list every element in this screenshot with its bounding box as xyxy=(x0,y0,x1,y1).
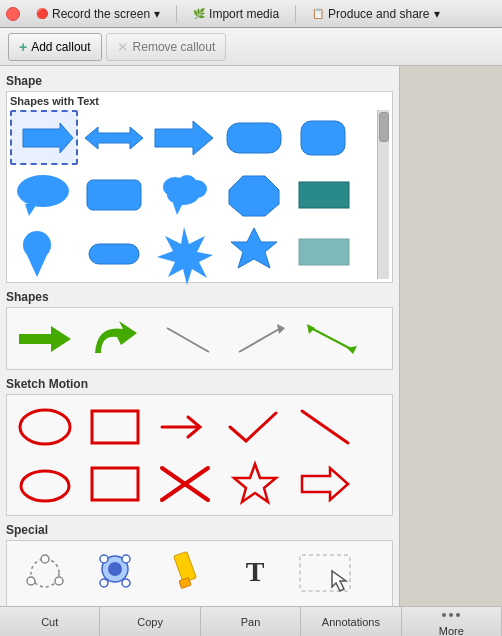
svg-rect-49 xyxy=(179,577,191,588)
shapes-with-text-label: Shapes with Text xyxy=(10,95,389,107)
shape-rounded-rect[interactable] xyxy=(220,110,288,165)
svg-point-47 xyxy=(122,579,130,587)
shape-green-arrow[interactable] xyxy=(10,311,78,366)
svg-rect-29 xyxy=(92,411,138,443)
shape-badge[interactable] xyxy=(220,224,288,279)
shape-teal-rect[interactable] xyxy=(290,167,358,222)
shape-capsule[interactable] xyxy=(80,224,148,279)
pan-button[interactable]: Pan xyxy=(201,607,301,636)
right-panel xyxy=(400,66,502,606)
sketch-rectangle[interactable] xyxy=(81,399,149,454)
special-active-node[interactable] xyxy=(81,545,149,600)
record-dropdown-icon: ▾ xyxy=(154,7,160,21)
sketch-rectangle2[interactable] xyxy=(81,456,149,511)
svg-marker-0 xyxy=(23,123,73,153)
plus-icon: + xyxy=(19,39,27,55)
separator-2 xyxy=(295,5,296,23)
cut-button[interactable]: Cut xyxy=(0,607,100,636)
shape-wide-arrow[interactable] xyxy=(150,110,218,165)
record-menu[interactable]: 🔴 Record the screen ▾ xyxy=(28,5,168,23)
svg-point-15 xyxy=(23,231,51,259)
svg-marker-1 xyxy=(85,127,143,149)
svg-rect-4 xyxy=(301,121,345,155)
shapes-with-text-section: Shapes with Text xyxy=(6,91,393,283)
special-label: Special xyxy=(6,523,393,537)
special-node3[interactable]: Ctrl + V xyxy=(81,604,149,606)
svg-point-39 xyxy=(41,555,49,563)
shape-panel: Shape Shapes with Text xyxy=(0,66,400,606)
sketch-outlined-arrow[interactable] xyxy=(291,456,359,511)
special-cursor2[interactable]: Ctrl+V xyxy=(291,604,359,606)
svg-marker-26 xyxy=(307,324,315,334)
import-menu[interactable]: 🌿 Import media xyxy=(185,5,287,23)
shape-diagonal-double-arrow[interactable] xyxy=(298,311,366,366)
shape-double-arrow[interactable] xyxy=(80,110,148,165)
shape-right-arrow[interactable] xyxy=(10,110,78,165)
special-node[interactable] xyxy=(11,545,79,600)
svg-point-65 xyxy=(442,613,446,617)
shapes-scrollbar[interactable] xyxy=(377,110,389,279)
svg-point-43 xyxy=(108,562,122,576)
svg-marker-19 xyxy=(231,228,277,268)
svg-marker-6 xyxy=(25,204,37,216)
sketch-checkmark[interactable] xyxy=(221,399,289,454)
svg-text:T: T xyxy=(246,556,265,587)
special-cursor[interactable] xyxy=(291,545,359,600)
annotations-button[interactable]: Annotations xyxy=(301,607,401,636)
produce-menu[interactable]: 📋 Produce and share ▾ xyxy=(304,5,447,23)
copy-button[interactable]: Copy xyxy=(100,607,200,636)
svg-line-22 xyxy=(167,328,209,352)
shapes-label: Shapes xyxy=(6,290,393,304)
sketch-oval2[interactable] xyxy=(11,456,79,511)
toolbar: + Add callout ✕ Remove callout xyxy=(0,28,502,66)
shape-octagon[interactable] xyxy=(220,167,288,222)
svg-point-11 xyxy=(167,185,199,205)
special-highlighter[interactable] xyxy=(151,545,219,600)
svg-marker-18 xyxy=(157,227,213,285)
shape-rounded-rect2[interactable] xyxy=(80,167,148,222)
shape-label: Shape xyxy=(6,74,393,88)
sketch-oval[interactable] xyxy=(11,399,79,454)
svg-line-25 xyxy=(311,328,353,350)
svg-point-28 xyxy=(20,410,70,444)
svg-point-44 xyxy=(100,555,108,563)
sketch-motion-label: Sketch Motion xyxy=(6,377,393,391)
sketch-x-mark[interactable] xyxy=(151,456,219,511)
svg-rect-20 xyxy=(299,239,349,265)
shape-empty-teal[interactable] xyxy=(290,224,358,279)
svg-rect-3 xyxy=(227,123,281,153)
shape-diagonal-line1[interactable] xyxy=(154,311,222,366)
svg-marker-13 xyxy=(229,176,279,216)
scrollbar-thumb[interactable] xyxy=(379,112,389,142)
svg-line-23 xyxy=(239,328,281,352)
svg-point-67 xyxy=(456,613,460,617)
svg-marker-21 xyxy=(19,326,71,352)
shape-speech-bubble-left[interactable] xyxy=(10,167,78,222)
shape-rounded-square[interactable] xyxy=(290,110,358,165)
shape-diagonal-line2[interactable] xyxy=(226,311,294,366)
svg-rect-33 xyxy=(92,468,138,500)
svg-point-41 xyxy=(55,577,63,585)
close-button[interactable] xyxy=(6,7,20,21)
special-text2[interactable]: T Ctrl + V xyxy=(221,604,289,606)
sketch-star[interactable] xyxy=(221,456,289,511)
sketch-slash[interactable] xyxy=(291,399,359,454)
more-button[interactable]: More xyxy=(402,607,502,636)
title-bar: 🔴 Record the screen ▾ 🌿 Import media 📋 P… xyxy=(0,0,502,28)
svg-marker-24 xyxy=(277,324,285,334)
special-text[interactable]: T xyxy=(221,545,289,600)
shape-starburst[interactable] xyxy=(150,224,218,279)
special-node2[interactable]: Ctrl + V xyxy=(11,604,79,606)
add-callout-button[interactable]: + Add callout xyxy=(8,33,102,61)
svg-point-66 xyxy=(449,613,453,617)
remove-callout-button[interactable]: ✕ Remove callout xyxy=(106,33,227,61)
special-highlighter2[interactable]: Ctrl + V xyxy=(151,604,219,606)
shape-cloud-bubble[interactable] xyxy=(150,167,218,222)
bottom-bar: Cut Copy Pan Annotations More xyxy=(0,606,502,636)
shape-green-curved-arrow[interactable] xyxy=(82,311,150,366)
sketch-arrow-right[interactable] xyxy=(151,399,219,454)
shape-location-pin[interactable] xyxy=(10,224,78,279)
svg-marker-36 xyxy=(234,464,276,502)
svg-point-46 xyxy=(100,579,108,587)
svg-marker-12 xyxy=(173,203,183,215)
